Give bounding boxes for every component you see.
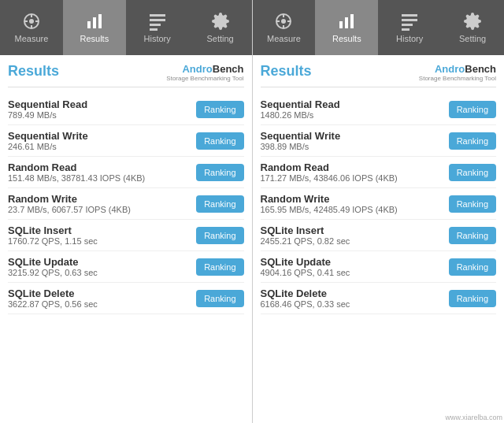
result-label-5: SQLite Update: [261, 256, 449, 268]
nav-item-results-left[interactable]: Results: [63, 0, 126, 55]
nav-label-history: History: [396, 34, 423, 43]
result-label-2: Random Read: [8, 161, 196, 173]
svg-rect-22: [402, 14, 417, 17]
result-label-3: Random Write: [8, 193, 196, 205]
navbar-left: MeasureResultsHistorySetting: [0, 0, 252, 55]
result-row-0: Sequential Read789.49 MB/sRanking: [8, 94, 244, 125]
svg-rect-20: [345, 17, 348, 28]
ranking-btn-5[interactable]: Ranking: [196, 258, 243, 276]
result-label-2: Random Read: [261, 161, 449, 173]
result-row-1: Sequential Write246.61 MB/sRanking: [8, 125, 244, 157]
svg-rect-19: [339, 21, 343, 28]
ranking-btn-6[interactable]: Ranking: [449, 290, 496, 307]
result-row-4: SQLite Insert1760.72 QPS, 1.15 secRankin…: [8, 220, 244, 251]
content-right: ResultsAndroBenchStorage Benchmarking To…: [253, 55, 505, 423]
brand-name-right: AndroBench: [435, 63, 496, 75]
ranking-btn-3[interactable]: Ranking: [196, 195, 243, 213]
result-info-3: Random Write165.95 MB/s, 42485.49 IOPS (…: [261, 193, 449, 214]
ranking-btn-2[interactable]: Ranking: [196, 164, 243, 181]
nav-item-measure-right[interactable]: Measure: [253, 0, 316, 55]
result-value-5: 4904.16 QPS, 0.41 sec: [261, 268, 449, 277]
history-icon: [146, 12, 169, 31]
result-value-1: 398.89 MB/s: [261, 142, 449, 151]
nav-label-setting: Setting: [206, 34, 233, 43]
result-value-6: 6168.46 QPS, 0.33 sec: [261, 299, 449, 309]
result-label-4: SQLite Insert: [261, 224, 449, 236]
ranking-btn-5[interactable]: Ranking: [449, 258, 496, 276]
svg-rect-11: [150, 24, 161, 26]
ranking-btn-0[interactable]: Ranking: [449, 101, 496, 118]
ranking-btn-2[interactable]: Ranking: [449, 164, 496, 181]
ranking-btn-4[interactable]: Ranking: [196, 227, 243, 244]
svg-point-5: [29, 19, 34, 24]
result-info-5: SQLite Update3215.92 QPS, 0.63 sec: [8, 256, 196, 277]
results-title-left: Results: [8, 63, 59, 80]
result-info-1: Sequential Write398.89 MB/s: [261, 130, 449, 151]
panel-right: MeasureResultsHistorySettingResultsAndro…: [253, 0, 505, 423]
nav-item-history-left[interactable]: History: [126, 0, 189, 55]
setting-icon: [461, 12, 484, 31]
measure-icon: [20, 12, 43, 31]
result-info-1: Sequential Write246.61 MB/s: [8, 130, 196, 151]
result-row-3: Random Write23.7 MB/s, 6067.57 IOPS (4KB…: [8, 188, 244, 220]
result-label-6: SQLite Delete: [8, 288, 196, 299]
svg-rect-10: [150, 19, 165, 21]
result-label-1: Sequential Write: [261, 130, 449, 142]
nav-item-results-right[interactable]: Results: [315, 0, 378, 55]
brand-sub-right: Storage Benchmarking Tool: [419, 75, 496, 82]
result-label-1: Sequential Write: [8, 130, 196, 142]
nav-item-history-right[interactable]: History: [378, 0, 441, 55]
setting-icon: [209, 12, 232, 31]
result-row-0: Sequential Read1480.26 MB/sRanking: [261, 94, 497, 125]
ranking-btn-0[interactable]: Ranking: [196, 101, 243, 118]
nav-label-setting: Setting: [459, 34, 486, 43]
history-icon: [398, 12, 421, 31]
result-value-0: 789.49 MB/s: [8, 110, 196, 120]
nav-item-setting-right[interactable]: Setting: [441, 0, 504, 55]
result-row-6: SQLite Delete3622.87 QPS, 0.56 secRankin…: [8, 283, 244, 314]
result-info-6: SQLite Delete6168.46 QPS, 0.33 sec: [261, 288, 449, 309]
svg-rect-25: [402, 28, 410, 31]
result-row-1: Sequential Write398.89 MB/sRanking: [261, 125, 497, 157]
content-header-left: ResultsAndroBenchStorage Benchmarking To…: [8, 63, 244, 87]
result-info-4: SQLite Insert1760.72 QPS, 1.15 sec: [8, 224, 196, 246]
result-value-1: 246.61 MB/s: [8, 142, 196, 151]
result-row-2: Random Read151.48 MB/s, 38781.43 IOPS (4…: [8, 157, 244, 188]
svg-point-18: [281, 19, 286, 24]
ranking-btn-3[interactable]: Ranking: [449, 195, 496, 213]
result-row-5: SQLite Update4904.16 QPS, 0.41 secRankin…: [261, 251, 497, 283]
brand-logo-left: AndroBenchStorage Benchmarking Tool: [166, 63, 243, 82]
main-container: MeasureResultsHistorySettingResultsAndro…: [0, 0, 504, 423]
ranking-btn-4[interactable]: Ranking: [449, 227, 496, 244]
nav-label-measure: Measure: [15, 34, 49, 43]
result-label-0: Sequential Read: [261, 98, 449, 110]
content-header-right: ResultsAndroBenchStorage Benchmarking To…: [261, 63, 497, 87]
nav-item-setting-left[interactable]: Setting: [189, 0, 252, 55]
result-value-4: 1760.72 QPS, 1.15 sec: [8, 236, 196, 246]
results-icon: [335, 12, 358, 31]
result-value-3: 23.7 MB/s, 6067.57 IOPS (4KB): [8, 205, 196, 214]
result-info-0: Sequential Read1480.26 MB/s: [261, 98, 449, 120]
result-info-2: Random Read151.48 MB/s, 38781.43 IOPS (4…: [8, 161, 196, 183]
result-label-6: SQLite Delete: [261, 288, 449, 299]
ranking-btn-1[interactable]: Ranking: [449, 132, 496, 150]
result-info-0: Sequential Read789.49 MB/s: [8, 98, 196, 120]
svg-rect-6: [87, 21, 91, 28]
measure-icon: [272, 12, 295, 31]
ranking-btn-1[interactable]: Ranking: [196, 132, 243, 150]
nav-item-measure-left[interactable]: Measure: [0, 0, 63, 55]
svg-rect-12: [150, 28, 158, 31]
result-row-2: Random Read171.27 MB/s, 43846.06 IOPS (4…: [261, 157, 497, 188]
results-title-right: Results: [261, 63, 312, 80]
result-info-4: SQLite Insert2455.21 QPS, 0.82 sec: [261, 224, 449, 246]
nav-label-history: History: [144, 34, 171, 43]
navbar-right: MeasureResultsHistorySetting: [253, 0, 505, 55]
result-value-4: 2455.21 QPS, 0.82 sec: [261, 236, 449, 246]
nav-label-results: Results: [80, 34, 109, 43]
svg-rect-8: [98, 14, 102, 28]
result-row-3: Random Write165.95 MB/s, 42485.49 IOPS (…: [261, 188, 497, 220]
panel-left: MeasureResultsHistorySettingResultsAndro…: [0, 0, 253, 423]
svg-rect-9: [150, 14, 165, 17]
svg-rect-24: [402, 24, 413, 26]
ranking-btn-6[interactable]: Ranking: [196, 290, 243, 307]
